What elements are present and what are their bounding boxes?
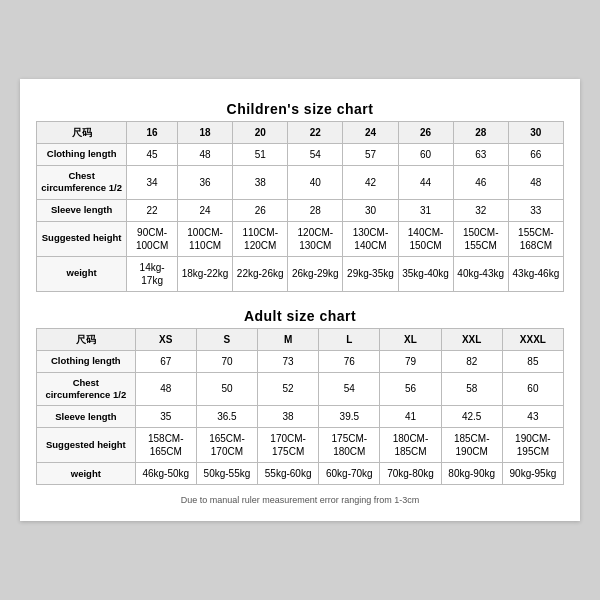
children-size-table: 尺码1618202224262830 Clothing length454851… bbox=[36, 121, 564, 292]
adult-cell-3-6: 190CM-195CM bbox=[502, 428, 563, 463]
adult-cell-0-2: 73 bbox=[258, 350, 319, 372]
children-cell-0-1: 48 bbox=[178, 143, 233, 165]
adult-cell-1-0: 48 bbox=[135, 372, 196, 406]
adult-cell-0-4: 79 bbox=[380, 350, 441, 372]
adult-cell-1-3: 54 bbox=[319, 372, 380, 406]
children-cell-4-5: 35kg-40kg bbox=[398, 256, 453, 291]
children-row-label-1: Chest circumference 1/2 bbox=[37, 165, 127, 199]
adult-cell-1-6: 60 bbox=[502, 372, 563, 406]
children-cell-2-6: 32 bbox=[453, 199, 508, 221]
children-row-label-0: Clothing length bbox=[37, 143, 127, 165]
adult-cell-3-1: 165CM-170CM bbox=[196, 428, 257, 463]
children-cell-1-5: 44 bbox=[398, 165, 453, 199]
children-cell-0-4: 57 bbox=[343, 143, 398, 165]
children-cell-1-1: 36 bbox=[178, 165, 233, 199]
children-cell-3-0: 90CM-100CM bbox=[127, 221, 178, 256]
children-cell-2-4: 30 bbox=[343, 199, 398, 221]
adult-cell-4-4: 70kg-80kg bbox=[380, 463, 441, 485]
children-cell-4-0: 14kg-17kg bbox=[127, 256, 178, 291]
adult-row-label-4: weight bbox=[37, 463, 136, 485]
adult-cell-0-1: 70 bbox=[196, 350, 257, 372]
children-cell-2-1: 24 bbox=[178, 199, 233, 221]
children-cell-2-7: 33 bbox=[508, 199, 563, 221]
children-col-header-2: 18 bbox=[178, 121, 233, 143]
adult-cell-1-5: 58 bbox=[441, 372, 502, 406]
children-col-header-8: 30 bbox=[508, 121, 563, 143]
adult-col-header-6: XXL bbox=[441, 328, 502, 350]
adult-cell-2-5: 42.5 bbox=[441, 406, 502, 428]
adult-cell-4-1: 50kg-55kg bbox=[196, 463, 257, 485]
children-cell-1-7: 48 bbox=[508, 165, 563, 199]
adult-cell-3-4: 180CM-185CM bbox=[380, 428, 441, 463]
children-cell-3-6: 150CM-155CM bbox=[453, 221, 508, 256]
children-cell-3-3: 120CM-130CM bbox=[288, 221, 343, 256]
adult-cell-3-0: 158CM-165CM bbox=[135, 428, 196, 463]
children-cell-1-3: 40 bbox=[288, 165, 343, 199]
children-cell-3-5: 140CM-150CM bbox=[398, 221, 453, 256]
children-col-header-4: 22 bbox=[288, 121, 343, 143]
children-cell-0-3: 54 bbox=[288, 143, 343, 165]
adult-cell-2-2: 38 bbox=[258, 406, 319, 428]
adult-row-label-0: Clothing length bbox=[37, 350, 136, 372]
children-cell-0-0: 45 bbox=[127, 143, 178, 165]
children-col-header-5: 24 bbox=[343, 121, 398, 143]
children-cell-3-1: 100CM-110CM bbox=[178, 221, 233, 256]
children-cell-2-5: 31 bbox=[398, 199, 453, 221]
adult-row-label-3: Suggested height bbox=[37, 428, 136, 463]
children-col-header-0: 尺码 bbox=[37, 121, 127, 143]
adult-cell-2-0: 35 bbox=[135, 406, 196, 428]
children-cell-4-6: 40kg-43kg bbox=[453, 256, 508, 291]
children-row-2: Sleeve length2224262830313233 bbox=[37, 199, 564, 221]
adult-cell-1-1: 50 bbox=[196, 372, 257, 406]
adult-cell-0-5: 82 bbox=[441, 350, 502, 372]
adult-cell-3-5: 185CM-190CM bbox=[441, 428, 502, 463]
size-chart-card: Children's size chart 尺码1618202224262830… bbox=[20, 79, 580, 521]
adult-cell-0-3: 76 bbox=[319, 350, 380, 372]
adult-col-header-1: XS bbox=[135, 328, 196, 350]
children-cell-4-7: 43kg-46kg bbox=[508, 256, 563, 291]
children-row-label-2: Sleeve length bbox=[37, 199, 127, 221]
adult-cell-4-3: 60kg-70kg bbox=[319, 463, 380, 485]
adult-cell-0-6: 85 bbox=[502, 350, 563, 372]
adult-chart-title: Adult size chart bbox=[36, 302, 564, 328]
adult-col-header-3: M bbox=[258, 328, 319, 350]
children-cell-0-5: 60 bbox=[398, 143, 453, 165]
children-cell-2-0: 22 bbox=[127, 199, 178, 221]
children-cell-4-1: 18kg-22kg bbox=[178, 256, 233, 291]
children-row-1: Chest circumference 1/23436384042444648 bbox=[37, 165, 564, 199]
measurement-note: Due to manual ruler measurement error ra… bbox=[36, 495, 564, 505]
children-cell-0-6: 63 bbox=[453, 143, 508, 165]
children-chart-title: Children's size chart bbox=[36, 95, 564, 121]
adult-cell-2-6: 43 bbox=[502, 406, 563, 428]
children-row-3: Suggested height90CM-100CM100CM-110CM110… bbox=[37, 221, 564, 256]
adult-row-3: Suggested height158CM-165CM165CM-170CM17… bbox=[37, 428, 564, 463]
adult-cell-0-0: 67 bbox=[135, 350, 196, 372]
adult-col-header-4: L bbox=[319, 328, 380, 350]
adult-row-label-1: Chest circumference 1/2 bbox=[37, 372, 136, 406]
adult-col-header-0: 尺码 bbox=[37, 328, 136, 350]
children-cell-2-2: 26 bbox=[233, 199, 288, 221]
children-cell-4-2: 22kg-26kg bbox=[233, 256, 288, 291]
children-col-header-3: 20 bbox=[233, 121, 288, 143]
children-cell-4-4: 29kg-35kg bbox=[343, 256, 398, 291]
children-cell-0-7: 66 bbox=[508, 143, 563, 165]
adult-row-2: Sleeve length3536.53839.54142.543 bbox=[37, 406, 564, 428]
children-cell-2-3: 28 bbox=[288, 199, 343, 221]
children-cell-1-4: 42 bbox=[343, 165, 398, 199]
children-cell-1-2: 38 bbox=[233, 165, 288, 199]
adult-cell-1-4: 56 bbox=[380, 372, 441, 406]
adult-row-label-2: Sleeve length bbox=[37, 406, 136, 428]
children-row-4: weight14kg-17kg18kg-22kg22kg-26kg26kg-29… bbox=[37, 256, 564, 291]
adult-col-header-2: S bbox=[196, 328, 257, 350]
children-cell-3-2: 110CM-120CM bbox=[233, 221, 288, 256]
children-cell-0-2: 51 bbox=[233, 143, 288, 165]
children-col-header-7: 28 bbox=[453, 121, 508, 143]
children-row-label-4: weight bbox=[37, 256, 127, 291]
children-cell-3-7: 155CM-168CM bbox=[508, 221, 563, 256]
children-col-header-6: 26 bbox=[398, 121, 453, 143]
children-row-0: Clothing length4548515457606366 bbox=[37, 143, 564, 165]
children-cell-4-3: 26kg-29kg bbox=[288, 256, 343, 291]
adult-cell-3-2: 170CM-175CM bbox=[258, 428, 319, 463]
children-cell-1-0: 34 bbox=[127, 165, 178, 199]
children-cell-3-4: 130CM-140CM bbox=[343, 221, 398, 256]
